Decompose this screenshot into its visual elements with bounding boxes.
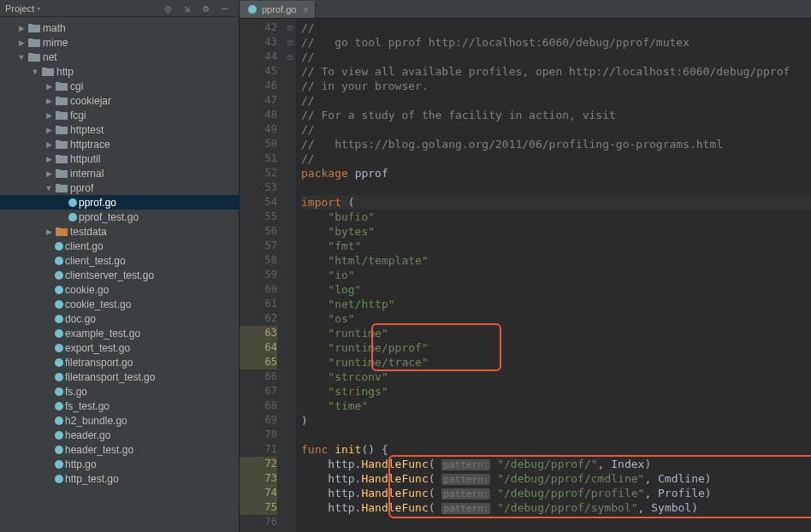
tree-item-httptest[interactable]: ▶httptest: [0, 122, 239, 137]
tree-item-clientserver-test-go[interactable]: clientserver_test.go: [0, 268, 239, 282]
tree-item-http[interactable]: ▼http: [0, 64, 239, 79]
tree-item-mime[interactable]: ▶mime: [0, 35, 239, 50]
sidebar-title: Project: [5, 3, 34, 14]
tree-item-pprof-test-go[interactable]: pprof_test.go: [0, 210, 239, 224]
tree-item-label: testdata: [70, 226, 107, 238]
chevron-right-icon[interactable]: ▶: [44, 82, 53, 91]
tree-item-math[interactable]: ▶math: [0, 21, 239, 35]
tree-item-h2-bundle-go[interactable]: h2_bundle.go: [0, 413, 239, 428]
tree-item-label: fs_test.go: [65, 400, 110, 412]
tree-item-label: http.go: [65, 458, 97, 470]
chevron-right-icon[interactable]: ▶: [44, 169, 53, 178]
close-icon[interactable]: ×: [303, 5, 308, 15]
project-tree[interactable]: ▶math▶mime▼net▼http▶cgi▶cookiejar▶fcgi▶h…: [0, 17, 239, 532]
tree-item-http-test-go[interactable]: http_test.go: [0, 471, 239, 486]
svg-point-2: [55, 242, 63, 251]
tree-item-export-test-go[interactable]: export_test.go: [0, 340, 239, 355]
tree-item-label: httptest: [70, 124, 104, 136]
line-number-gutter: 4243444546474849505152535455565758596061…: [240, 19, 284, 532]
project-dropdown-icon[interactable]: ▾: [34, 4, 43, 13]
tree-item-label: filetransport_test.go: [65, 371, 155, 383]
svg-point-18: [55, 475, 63, 483]
svg-point-11: [55, 373, 63, 381]
gear-icon[interactable]: ⚙: [203, 3, 215, 15]
tree-item-label: clientserver_test.go: [65, 269, 154, 281]
chevron-down-icon[interactable]: ▼: [44, 184, 53, 192]
tree-item-label: cgi: [70, 80, 83, 92]
svg-point-3: [55, 257, 63, 265]
tree-item-client-test-go[interactable]: client_test.go: [0, 253, 239, 268]
svg-point-12: [55, 387, 63, 396]
tree-item-label: pprof.go: [79, 197, 116, 209]
go-file-icon: [246, 3, 258, 15]
svg-point-13: [55, 402, 63, 411]
tab-label: pprof.go: [262, 4, 296, 15]
svg-point-10: [55, 358, 63, 367]
svg-point-16: [55, 446, 63, 454]
tree-item-label: header_test.go: [65, 444, 133, 456]
tree-item-httputil[interactable]: ▶httputil: [0, 151, 239, 166]
tree-item-label: h2_bundle.go: [65, 415, 127, 427]
tree-item-fs-go[interactable]: fs.go: [0, 384, 239, 399]
chevron-right-icon[interactable]: ▶: [17, 38, 26, 47]
tree-item-label: pprof_test.go: [79, 211, 139, 223]
hide-icon[interactable]: —: [222, 3, 234, 15]
tree-item-fcgi[interactable]: ▶fcgi: [0, 108, 239, 122]
tree-item-internal[interactable]: ▶internal: [0, 166, 239, 180]
tree-item-label: http_test.go: [65, 473, 119, 485]
sidebar-header: Project ▾ ◎ ⇲ ⚙ —: [0, 0, 239, 17]
tree-item-label: example_test.go: [65, 328, 140, 340]
tree-item-doc-go[interactable]: doc.go: [0, 311, 239, 326]
svg-point-0: [68, 198, 77, 207]
tree-item-httptrace[interactable]: ▶httptrace: [0, 137, 239, 151]
tree-item-net[interactable]: ▼net: [0, 50, 239, 64]
chevron-right-icon[interactable]: ▶: [44, 126, 53, 134]
tab-pprof-go[interactable]: pprof.go ×: [240, 1, 316, 18]
tree-item-pprof-go[interactable]: pprof.go: [0, 195, 239, 210]
svg-point-7: [55, 315, 63, 323]
svg-point-4: [55, 271, 63, 280]
svg-point-6: [55, 300, 63, 309]
chevron-right-icon[interactable]: ▶: [44, 228, 53, 236]
code-area[interactable]: //// go tool pprof http://localhost:6060…: [296, 19, 811, 532]
tree-item-label: http: [56, 66, 74, 78]
svg-point-8: [55, 329, 63, 338]
tree-item-http-go[interactable]: http.go: [0, 457, 239, 471]
chevron-down-icon[interactable]: ▼: [31, 68, 39, 76]
svg-point-9: [55, 344, 63, 352]
editor-body[interactable]: 4243444546474849505152535455565758596061…: [240, 19, 811, 532]
tree-item-pprof[interactable]: ▼pprof: [0, 180, 239, 195]
tree-item-label: internal: [70, 168, 104, 180]
tree-item-label: filetransport.go: [65, 357, 133, 369]
svg-point-1: [68, 213, 77, 222]
tree-item-fs-test-go[interactable]: fs_test.go: [0, 399, 239, 413]
svg-point-5: [55, 286, 63, 294]
tree-item-filetransport-test-go[interactable]: filetransport_test.go: [0, 369, 239, 384]
tree-item-testdata[interactable]: ▶testdata: [0, 224, 239, 239]
collapse-icon[interactable]: ⇲: [184, 3, 196, 15]
tree-item-label: math: [43, 22, 66, 34]
tree-item-cookie-test-go[interactable]: cookie_test.go: [0, 297, 239, 311]
project-sidebar: Project ▾ ◎ ⇲ ⚙ — ▶math▶mime▼net▼http▶cg…: [0, 0, 240, 532]
tab-bar: pprof.go ×: [240, 0, 811, 19]
tree-item-client-go[interactable]: client.go: [0, 239, 239, 253]
tree-item-label: mime: [43, 37, 68, 49]
tree-item-label: header.go: [65, 429, 110, 441]
fold-gutter[interactable]: ⊟⊟⊟: [284, 19, 296, 532]
chevron-down-icon[interactable]: ▼: [17, 53, 26, 62]
tree-item-header-go[interactable]: header.go: [0, 428, 239, 442]
tree-item-example-test-go[interactable]: example_test.go: [0, 326, 239, 340]
tree-item-filetransport-go[interactable]: filetransport.go: [0, 355, 239, 369]
tree-item-cookie-go[interactable]: cookie.go: [0, 282, 239, 297]
tree-item-label: doc.go: [65, 313, 96, 325]
chevron-right-icon[interactable]: ▶: [44, 140, 53, 149]
target-icon[interactable]: ◎: [165, 3, 177, 15]
chevron-right-icon[interactable]: ▶: [44, 155, 53, 163]
tree-item-cookiejar[interactable]: ▶cookiejar: [0, 93, 239, 108]
tree-item-header-test-go[interactable]: header_test.go: [0, 442, 239, 457]
chevron-right-icon[interactable]: ▶: [44, 111, 53, 120]
chevron-right-icon[interactable]: ▶: [17, 24, 26, 33]
chevron-right-icon[interactable]: ▶: [44, 97, 53, 105]
tree-item-cgi[interactable]: ▶cgi: [0, 79, 239, 93]
tree-item-label: fs.go: [65, 386, 87, 398]
